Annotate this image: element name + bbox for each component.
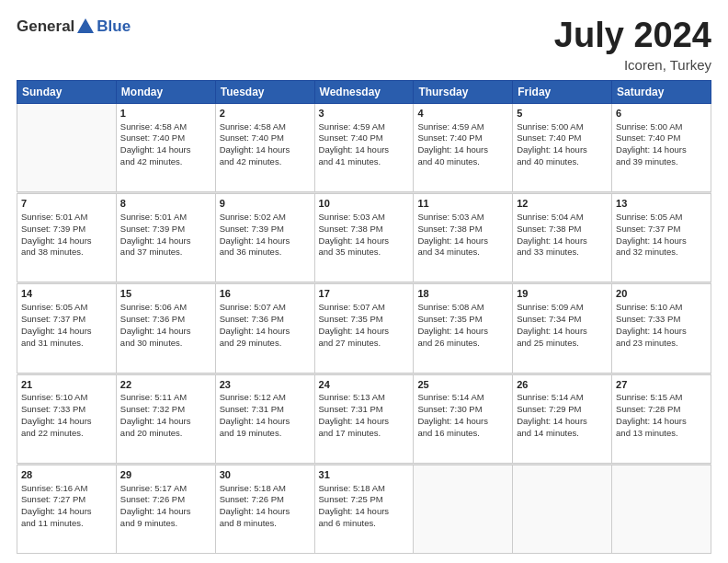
day-info-line: Sunrise: 4:59 AM (417, 121, 508, 133)
day-info-line: Daylight: 14 hours (220, 416, 311, 428)
calendar-cell: 8Sunrise: 5:01 AMSunset: 7:39 PMDaylight… (116, 194, 215, 282)
calendar-cell: 25Sunrise: 5:14 AMSunset: 7:30 PMDayligh… (414, 374, 513, 463)
header: General Blue July 2024 Icoren, Turkey (17, 17, 711, 73)
day-info-line: Sunrise: 5:07 AM (220, 302, 311, 314)
month-title: July 2024 (554, 17, 711, 55)
day-number: 20 (616, 287, 707, 301)
day-info-line: and 6 minutes. (319, 518, 410, 530)
calendar-cell: 15Sunrise: 5:06 AMSunset: 7:36 PMDayligh… (116, 284, 215, 373)
day-info-line: Sunset: 7:31 PM (319, 404, 410, 416)
day-number: 1 (120, 107, 211, 121)
day-info-line: Daylight: 14 hours (120, 416, 211, 428)
day-info-line: Sunrise: 5:03 AM (319, 212, 410, 224)
day-number: 21 (21, 378, 112, 392)
location: Icoren, Turkey (554, 57, 711, 73)
calendar-week-1: 1Sunrise: 4:58 AMSunset: 7:40 PMDaylight… (17, 103, 711, 191)
day-info-line: Daylight: 14 hours (120, 326, 211, 338)
day-number: 5 (517, 107, 608, 121)
calendar-cell: 26Sunrise: 5:14 AMSunset: 7:29 PMDayligh… (513, 374, 612, 463)
day-info-line: and 41 minutes. (319, 156, 410, 168)
day-number: 28 (21, 468, 112, 482)
day-number: 11 (417, 197, 508, 211)
calendar-table: SundayMondayTuesdayWednesdayThursdayFrid… (17, 80, 711, 554)
calendar-cell: 14Sunrise: 5:05 AMSunset: 7:37 PMDayligh… (17, 284, 117, 373)
day-info-line: Sunrise: 5:10 AM (616, 302, 707, 314)
day-number: 22 (120, 378, 211, 392)
day-number: 16 (220, 287, 311, 301)
day-number: 23 (220, 378, 311, 392)
day-info-line: Sunset: 7:32 PM (120, 404, 211, 416)
day-info-line: Sunrise: 5:05 AM (616, 212, 707, 224)
day-number: 27 (616, 378, 707, 392)
day-number: 12 (517, 197, 608, 211)
day-number: 15 (120, 287, 211, 301)
day-number: 30 (220, 468, 311, 482)
day-info-line: Sunrise: 5:13 AM (319, 392, 410, 404)
calendar-cell: 19Sunrise: 5:09 AMSunset: 7:34 PMDayligh… (513, 284, 612, 373)
day-info-line: Daylight: 14 hours (220, 236, 311, 247)
day-info-line: Sunset: 7:36 PM (120, 314, 211, 326)
calendar-cell: 31Sunrise: 5:18 AMSunset: 7:25 PMDayligh… (314, 465, 414, 553)
day-number: 2 (220, 107, 311, 121)
day-info-line: and 19 minutes. (220, 428, 311, 440)
calendar-cell: 6Sunrise: 5:00 AMSunset: 7:40 PMDaylight… (612, 103, 711, 191)
day-info-line: and 34 minutes. (417, 247, 508, 259)
calendar-cell: 17Sunrise: 5:07 AMSunset: 7:35 PMDayligh… (314, 284, 414, 373)
calendar-cell: 7Sunrise: 5:01 AMSunset: 7:39 PMDaylight… (17, 194, 117, 282)
calendar-cell: 27Sunrise: 5:15 AMSunset: 7:28 PMDayligh… (612, 374, 711, 463)
day-info-line: Sunrise: 5:05 AM (21, 302, 112, 314)
calendar-week-4: 21Sunrise: 5:10 AMSunset: 7:33 PMDayligh… (17, 374, 711, 463)
day-info-line: Daylight: 14 hours (220, 506, 311, 518)
day-info-line: and 40 minutes. (517, 156, 608, 168)
calendar-cell: 23Sunrise: 5:12 AMSunset: 7:31 PMDayligh… (215, 374, 314, 463)
day-info-line: Daylight: 14 hours (517, 416, 608, 428)
day-info-line: Sunset: 7:40 PM (120, 132, 211, 144)
day-info-line: Daylight: 14 hours (417, 236, 508, 247)
day-info-line: Sunrise: 5:01 AM (120, 212, 211, 224)
day-info-line: Sunset: 7:26 PM (220, 494, 311, 506)
day-info-line: and 30 minutes. (120, 338, 211, 350)
day-info-line: Sunrise: 5:18 AM (220, 483, 311, 495)
day-info-line: Sunrise: 5:14 AM (417, 392, 508, 404)
day-info-line: Sunrise: 5:06 AM (120, 302, 211, 314)
day-number: 31 (319, 468, 410, 482)
calendar-cell: 11Sunrise: 5:03 AMSunset: 7:38 PMDayligh… (414, 194, 513, 282)
day-info-line: Sunrise: 5:16 AM (21, 483, 112, 495)
day-number: 13 (616, 197, 707, 211)
day-info-line: Sunset: 7:39 PM (21, 224, 112, 236)
calendar-cell: 13Sunrise: 5:05 AMSunset: 7:37 PMDayligh… (612, 194, 711, 282)
calendar-cell: 1Sunrise: 4:58 AMSunset: 7:40 PMDaylight… (116, 103, 215, 191)
day-number: 17 (319, 287, 410, 301)
day-info-line: Sunset: 7:35 PM (417, 314, 508, 326)
day-info-line: Sunrise: 5:17 AM (120, 483, 211, 495)
day-info-line: Daylight: 14 hours (616, 416, 707, 428)
calendar-cell: 18Sunrise: 5:08 AMSunset: 7:35 PMDayligh… (414, 284, 513, 373)
day-info-line: Sunrise: 5:12 AM (220, 392, 311, 404)
calendar-cell: 4Sunrise: 4:59 AMSunset: 7:40 PMDaylight… (414, 103, 513, 191)
day-info-line: Sunset: 7:26 PM (120, 494, 211, 506)
day-info-line: and 31 minutes. (21, 338, 112, 350)
calendar-cell: 9Sunrise: 5:02 AMSunset: 7:39 PMDaylight… (215, 194, 314, 282)
day-info-line: Daylight: 14 hours (517, 326, 608, 338)
day-info-line: Sunset: 7:39 PM (120, 224, 211, 236)
day-info-line: and 17 minutes. (319, 428, 410, 440)
calendar-cell: 20Sunrise: 5:10 AMSunset: 7:33 PMDayligh… (612, 284, 711, 373)
day-number: 8 (120, 197, 211, 211)
calendar-header-thursday: Thursday (414, 80, 513, 103)
calendar-cell (17, 103, 117, 191)
day-info-line: and 29 minutes. (220, 338, 311, 350)
day-info-line: Sunrise: 5:00 AM (517, 121, 608, 133)
day-info-line: Sunrise: 5:04 AM (517, 212, 608, 224)
logo: General Blue (17, 17, 131, 37)
day-info-line: Daylight: 14 hours (517, 144, 608, 156)
title-block: July 2024 Icoren, Turkey (554, 17, 711, 73)
day-info-line: and 33 minutes. (517, 247, 608, 259)
calendar-week-5: 28Sunrise: 5:16 AMSunset: 7:27 PMDayligh… (17, 465, 711, 553)
day-info-line: and 9 minutes. (120, 518, 211, 530)
day-info-line: Daylight: 14 hours (220, 144, 311, 156)
day-number: 19 (517, 287, 608, 301)
day-info-line: Daylight: 14 hours (319, 506, 410, 518)
day-number: 6 (616, 107, 707, 121)
calendar-header-saturday: Saturday (612, 80, 711, 103)
day-info-line: and 39 minutes. (616, 156, 707, 168)
